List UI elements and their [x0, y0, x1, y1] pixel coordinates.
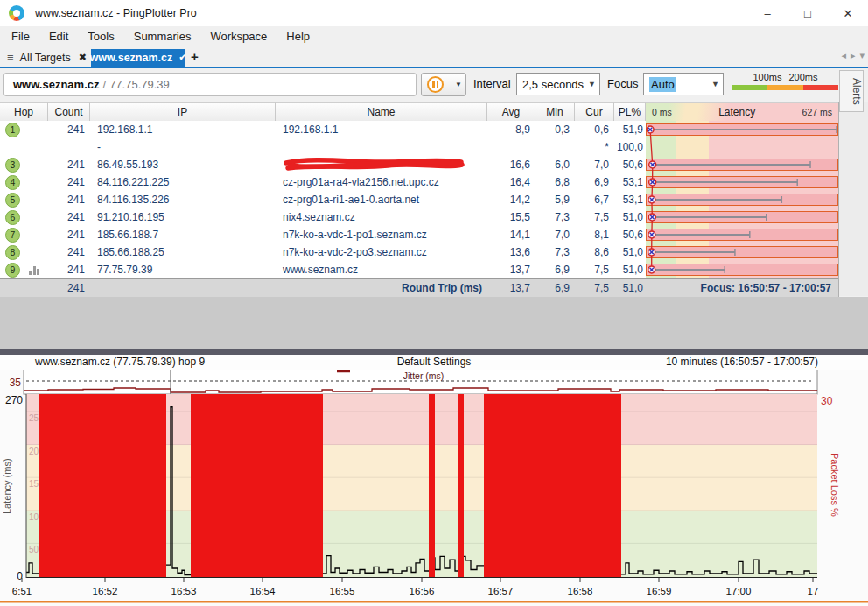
close-button[interactable]: ✕ — [828, 0, 868, 26]
latency-cell — [646, 261, 838, 278]
svg-text:16:56: 16:56 — [410, 586, 435, 596]
target-display[interactable]: www.seznam.cz / 77.75.79.39 — [4, 73, 416, 96]
avg-cell: 14,1 — [487, 226, 536, 243]
col-header-min[interactable]: Min — [536, 102, 575, 122]
col-header-cur[interactable]: Cur — [575, 102, 614, 122]
target-ip: 77.75.79.39 — [109, 78, 170, 91]
ip-cell: 192.168.1.1 — [90, 121, 276, 138]
summary-min: 6,9 — [536, 279, 575, 297]
title-bar: www.seznam.cz - PingPlotter Pro – □ ✕ — [0, 0, 868, 26]
name-cell — [276, 156, 487, 173]
tab-seznam-label: www.seznam.cz — [90, 52, 173, 64]
minimize-button[interactable]: – — [747, 0, 788, 26]
table-row-hop-5[interactable]: 524184.116.135.226cz-prg01a-ri1-ae1-0.ao… — [0, 191, 838, 208]
col-header-pl[interactable]: PL% — [614, 102, 646, 122]
cur-cell: 0,6 — [575, 121, 614, 138]
table-row-hop-3[interactable]: 324186.49.55.19316,66,07,050,6 — [0, 156, 838, 173]
svg-text:Packet Loss %: Packet Loss % — [830, 453, 840, 517]
avg-cell: 15,5 — [487, 208, 536, 226]
count-cell: 241 — [48, 226, 90, 243]
menu-file[interactable]: File — [2, 26, 39, 47]
pause-button[interactable]: ▼ — [421, 73, 466, 96]
table-row-hop-9[interactable]: 924177.75.79.39www.seznam.cz13,76,97,551… — [0, 261, 838, 278]
cur-cell: * — [575, 138, 614, 156]
avg-cell: 14,2 — [487, 191, 536, 208]
ip-cell: 84.116.221.225 — [90, 173, 276, 191]
svg-text:270: 270 — [5, 394, 23, 406]
focus-value: Auto — [649, 77, 676, 92]
latency-cell — [646, 173, 838, 191]
latency-axis-title: Latency — [718, 103, 755, 121]
hop-cell — [0, 138, 48, 156]
svg-text:16:52: 16:52 — [93, 586, 118, 596]
svg-text:17:00: 17:00 — [726, 586, 752, 596]
table-row-hop-8[interactable]: 8241185.66.188.25n7k-ko-a-vdc-2-po3.sezn… — [0, 243, 838, 261]
col-header-ip[interactable]: IP — [90, 102, 276, 122]
min-cell: 7,3 — [536, 208, 575, 226]
timeline-graph[interactable]: 35Jitter (ms)50 ms100 ms150 ms200 ms250 … — [0, 370, 868, 606]
count-cell: 241 — [48, 208, 90, 226]
col-header-name[interactable]: Name — [276, 102, 487, 122]
latency-cell — [646, 138, 838, 156]
col-header-hop[interactable]: Hop — [0, 102, 48, 122]
table-body: 1241192.168.1.1192.168.1.18,90,30,651,9-… — [0, 121, 838, 278]
min-cell: 7,0 — [536, 226, 575, 243]
round-trip-row[interactable]: 241 Round Trip (ms) 13,7 6,9 7,5 51,0 Fo… — [0, 278, 838, 298]
col-header-avg[interactable]: Avg — [487, 102, 536, 122]
graph-timespan-label[interactable]: 10 minutes (16:50:57 - 17:00:57) — [666, 356, 818, 368]
min-cell: 6,0 — [536, 156, 575, 173]
summary-cur: 7,5 — [575, 279, 614, 297]
table-row-hop-lost[interactable]: -*100,0 — [0, 138, 838, 156]
alerts-side-tab[interactable]: Alerts — [839, 70, 864, 112]
cur-cell: 6,9 — [575, 173, 614, 191]
scale-red-segment — [803, 85, 838, 90]
focus-select[interactable]: Auto ▼ — [643, 73, 724, 95]
table-row-hop-7[interactable]: 7241185.66.188.7n7k-ko-a-vdc-1-po1.sezna… — [0, 226, 838, 243]
tab-close-icon[interactable]: ✖ — [79, 52, 87, 63]
menu-tools[interactable]: Tools — [78, 26, 123, 47]
tab-all-targets[interactable]: ≡ All Targets ✖ — [0, 49, 94, 67]
tab-seznam[interactable]: www.seznam.cz ✔ — [91, 49, 186, 67]
menu-summaries[interactable]: Summaries — [124, 26, 201, 47]
right-side-strip — [838, 102, 868, 296]
pause-dropdown-icon[interactable]: ▼ — [451, 74, 466, 95]
count-cell: 241 — [48, 156, 90, 173]
interval-select[interactable]: 2,5 seconds ▼ — [516, 73, 600, 95]
latency-axis-min: 0 ms — [652, 103, 672, 121]
col-header-count[interactable]: Count — [48, 102, 90, 122]
avg-cell: 8,9 — [487, 121, 536, 138]
name-cell: 192.168.1.1 — [276, 121, 487, 138]
summary-pl: 51,0 — [614, 279, 646, 297]
min-cell: 5,9 — [536, 191, 575, 208]
scale-200ms-label: 200ms — [788, 72, 817, 82]
min-cell: 0,3 — [536, 121, 575, 138]
scale-green-segment — [732, 85, 767, 90]
hop-cell: 6 — [0, 208, 48, 226]
summary-avg: 13,7 — [487, 279, 536, 297]
menu-edit[interactable]: Edit — [39, 26, 78, 47]
tab-scroll-right-icon[interactable]: ▸ — [850, 50, 856, 61]
count-cell: 241 — [48, 243, 90, 261]
menu-workspace[interactable]: Workspace — [200, 26, 276, 47]
hop-number-badge: 9 — [5, 263, 20, 278]
maximize-button[interactable]: □ — [788, 0, 828, 26]
table-row-hop-4[interactable]: 424184.116.221.225cz-prg01a-ra4-vla2156.… — [0, 173, 838, 191]
count-cell: 241 — [48, 173, 90, 191]
table-row-hop-6[interactable]: 624191.210.16.195nix4.seznam.cz15,57,37,… — [0, 208, 838, 226]
tab-scroll-left-icon[interactable]: ◂ — [841, 50, 846, 61]
table-right-edge — [838, 102, 839, 297]
name-cell: n7k-ko-a-vdc-1-po1.seznam.cz — [276, 226, 487, 243]
hop-number-badge: 6 — [5, 210, 20, 225]
svg-text:Latency (ms): Latency (ms) — [2, 458, 12, 514]
tab-scroll-down-icon[interactable]: ▾ — [859, 50, 864, 61]
menu-help[interactable]: Help — [276, 26, 319, 47]
new-tab-button[interactable]: + — [191, 49, 199, 64]
col-header-latency[interactable]: 0 ms Latency 627 ms — [646, 102, 838, 122]
tab-check-icon: ✔ — [178, 52, 186, 63]
lower-filler — [0, 297, 868, 349]
redaction-scribble — [283, 156, 468, 173]
graph-settings-label[interactable]: Default Settings — [397, 356, 472, 368]
count-cell: 241 — [48, 191, 90, 208]
table-row-hop-1[interactable]: 1241192.168.1.1192.168.1.18,90,30,651,9 — [0, 121, 838, 138]
name-cell: n7k-ko-a-vdc-2-po3.seznam.cz — [276, 243, 487, 261]
